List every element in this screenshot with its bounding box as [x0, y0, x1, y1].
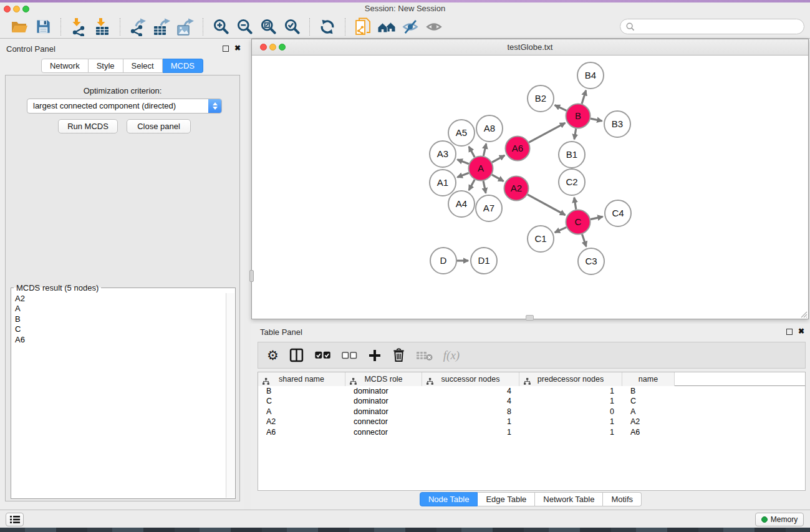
- edge-C-C3[interactable]: [582, 234, 586, 246]
- node-label-B3: B3: [612, 118, 623, 129]
- edge-C-C1[interactable]: [555, 227, 567, 232]
- optimization-criterion-label: Optimization criterion:: [6, 86, 239, 95]
- node-label-C3: C3: [585, 256, 597, 266]
- edge-B-B2[interactable]: [555, 105, 567, 111]
- export-network-button[interactable]: [126, 16, 150, 37]
- column-header-shared-name[interactable]: shared name: [258, 372, 345, 386]
- edge-A-A2[interactable]: [492, 175, 504, 181]
- mcds-scrollbar-track[interactable]: [226, 293, 234, 498]
- tab-network[interactable]: Network: [41, 59, 89, 73]
- search-input[interactable]: [638, 21, 804, 33]
- toolbar-separator: [345, 18, 345, 36]
- edge-A-A4[interactable]: [469, 180, 475, 190]
- delete-column-trash-icon[interactable]: [392, 348, 405, 362]
- first-neighbors-button[interactable]: [375, 16, 398, 37]
- table-row[interactable]: Adominator80A: [258, 407, 805, 417]
- run-mcds-button[interactable]: Run MCDS: [58, 119, 118, 133]
- search-field[interactable]: [620, 19, 804, 34]
- open-folder-icon: [10, 18, 29, 36]
- table-row[interactable]: Bdominator41B: [258, 386, 805, 396]
- edge-A-A8[interactable]: [483, 143, 486, 156]
- edge-B-B3[interactable]: [591, 118, 602, 121]
- edge-A-A6[interactable]: [492, 155, 504, 162]
- vertical-splitter-handle[interactable]: [526, 315, 534, 321]
- float-panel-icon[interactable]: [223, 46, 229, 52]
- settings-gear-icon[interactable]: ⚙: [267, 348, 279, 363]
- network-graph[interactable]: B4B2BB3A5A8A6A3AA1B1C2A4A7A2CC4C1C3DD1: [252, 56, 808, 319]
- show-all-button[interactable]: [422, 16, 446, 37]
- network-from-selection-button[interactable]: [351, 16, 375, 37]
- column-header-successor-nodes[interactable]: successor nodes: [422, 372, 519, 386]
- network-window-titlebar[interactable]: testGlobe.txt: [252, 39, 808, 56]
- mcds-result-item[interactable]: A2: [15, 294, 225, 304]
- save-session-button[interactable]: [31, 16, 55, 37]
- select-all-icon[interactable]: [314, 351, 331, 359]
- memory-status-icon: [761, 516, 768, 523]
- add-column-icon[interactable]: [368, 349, 382, 362]
- function-builder-icon[interactable]: f(x): [443, 349, 460, 362]
- hide-selected-button[interactable]: [398, 16, 422, 37]
- float-panel-icon[interactable]: [786, 329, 793, 335]
- node-label-D: D: [440, 255, 447, 266]
- tab-style[interactable]: Style: [89, 59, 123, 73]
- edge-B-B1[interactable]: [574, 128, 576, 139]
- edge-A-A3[interactable]: [457, 160, 468, 164]
- export-image-button[interactable]: [173, 16, 197, 37]
- app-title: Session: New Session: [0, 4, 810, 13]
- mcds-result-item[interactable]: A: [15, 304, 225, 314]
- edge-C-C2[interactable]: [574, 198, 576, 210]
- table-row[interactable]: A6connector11A6: [258, 427, 805, 437]
- network-from-selection-icon: [354, 17, 372, 36]
- delete-table-icon[interactable]: [416, 350, 433, 361]
- tab-node-table[interactable]: Node Table: [420, 492, 478, 506]
- criterion-dropdown[interactable]: largest connected component (directed): [27, 99, 222, 114]
- import-table-button[interactable]: [90, 16, 114, 37]
- search-icon: [625, 22, 635, 31]
- tab-mcds[interactable]: MCDS: [163, 59, 203, 73]
- column-layout-icon[interactable]: [289, 348, 304, 362]
- zoom-selected-button[interactable]: [280, 16, 304, 37]
- table-row[interactable]: Cdominator41C: [258, 396, 805, 406]
- task-history-button[interactable]: [6, 513, 24, 526]
- column-header-predecessor-nodes[interactable]: predecessor nodes: [519, 372, 622, 386]
- refresh-button[interactable]: [316, 16, 339, 37]
- zoom-in-button[interactable]: [209, 16, 233, 37]
- zoom-out-button[interactable]: [233, 16, 256, 37]
- network-canvas[interactable]: B4B2BB3A5A8A6A3AA1B1C2A4A7A2CC4C1C3DD1: [252, 56, 808, 319]
- mcds-result-item[interactable]: A6: [15, 335, 225, 345]
- tab-select[interactable]: Select: [123, 59, 163, 73]
- table-cell: A6: [622, 427, 675, 437]
- edge-A6-B[interactable]: [529, 123, 565, 142]
- app-titlebar: Session: New Session: [0, 2, 810, 15]
- export-table-button[interactable]: [150, 16, 173, 37]
- memory-button[interactable]: Memory: [755, 513, 804, 526]
- column-header-name[interactable]: name: [622, 372, 675, 386]
- node-label-A5: A5: [456, 127, 467, 138]
- open-session-button[interactable]: [7, 16, 31, 37]
- import-network-button[interactable]: [67, 16, 90, 37]
- table-row[interactable]: A2connector11A2: [258, 417, 805, 427]
- zoom-fit-button[interactable]: [256, 16, 280, 37]
- edge-A2-C[interactable]: [528, 195, 565, 215]
- tab-edge-table[interactable]: Edge Table: [478, 492, 535, 506]
- tab-network-table[interactable]: Network Table: [535, 492, 603, 506]
- mcds-result-item[interactable]: B: [15, 314, 225, 324]
- close-panel-icon[interactable]: ✖: [798, 327, 804, 336]
- column-type-icon: [427, 375, 433, 389]
- resize-grip-icon[interactable]: [799, 309, 808, 318]
- node-label-B: B: [575, 110, 581, 121]
- zoom-out-icon: [236, 18, 253, 35]
- edge-A-A7[interactable]: [483, 181, 486, 193]
- close-panel-button[interactable]: Close panel: [127, 119, 191, 133]
- edge-B-B4[interactable]: [582, 90, 586, 104]
- edge-A-A5[interactable]: [469, 147, 475, 157]
- node-label-A4: A4: [456, 198, 467, 209]
- mcds-result-item[interactable]: C: [15, 324, 225, 334]
- deselect-all-icon[interactable]: [342, 352, 357, 359]
- horizontal-splitter-handle[interactable]: [249, 270, 254, 282]
- close-panel-icon[interactable]: ✖: [234, 44, 241, 52]
- column-header-MCDS-role[interactable]: MCDS role: [345, 372, 422, 386]
- edge-A-A1[interactable]: [457, 173, 468, 177]
- tab-motifs[interactable]: Motifs: [603, 492, 642, 506]
- edge-C-C4[interactable]: [591, 216, 603, 219]
